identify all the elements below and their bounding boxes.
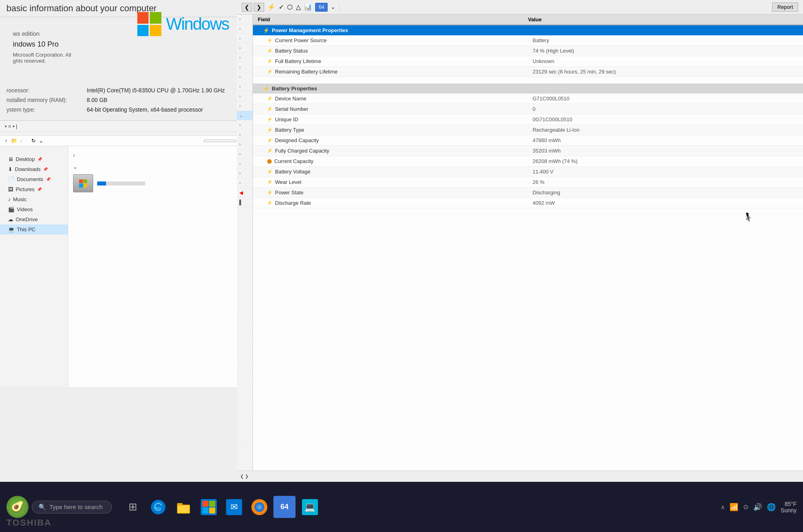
- tree-item[interactable]: ›: [237, 169, 253, 178]
- fully-charged-capacity-value: 35203 mWh: [533, 148, 799, 154]
- remaining-battery-row[interactable]: ⚡ Remaining Battery Lifetime 23129 sec (…: [253, 67, 803, 77]
- up-arrow-icon[interactable]: ↑: [5, 138, 8, 144]
- sidebar-item-desktop[interactable]: 🖥 Desktop 📌: [0, 154, 68, 164]
- remaining-battery-icon: ⚡: [267, 69, 273, 74]
- full-battery-lifetime-row[interactable]: ⚡ Full Battery Lifetime Unknown: [253, 56, 803, 67]
- current-power-source-row[interactable]: ⚡ Current Power Source Battery: [253, 35, 803, 46]
- tree-item[interactable]: ›: [237, 101, 253, 111]
- discharge-rate-row[interactable]: ⚡ Discharge Rate 4092 mW: [253, 198, 803, 208]
- win-logo-small: [79, 179, 87, 188]
- device-name-row[interactable]: ⚡ Device Name G71C000L0510: [253, 94, 803, 104]
- sidebar-item-downloads[interactable]: ⬇ Downloads 📌: [0, 164, 68, 174]
- tree-item[interactable]: ›: [237, 53, 253, 63]
- power-management-section-header[interactable]: ⚡ Power Management Properties: [253, 25, 803, 35]
- downloads-icon: ⬇: [8, 166, 12, 172]
- wear-level-row[interactable]: ⚡ Wear Level 26 %: [253, 177, 803, 188]
- tree-item[interactable]: ›: [237, 34, 253, 43]
- sidebar-item-pictures[interactable]: 🖼 Pictures 📌: [0, 184, 68, 194]
- taskbar: 🥑 🔍 Type here to search ⊞: [0, 482, 803, 532]
- wls-q4: [84, 183, 88, 188]
- discharge-rate-value: 4092 mW: [533, 200, 799, 206]
- power-state-row[interactable]: ⚡ Power State Discharging: [253, 188, 803, 198]
- designed-capacity-label: Designed Capacity: [275, 137, 319, 143]
- tree-item[interactable]: ›: [237, 92, 253, 101]
- tree-item[interactable]: ›: [237, 43, 253, 53]
- devices-header-row[interactable]: ⌄: [71, 163, 238, 171]
- designed-capacity-field: ⚡ Designed Capacity: [267, 137, 533, 143]
- battery-type-value: Rechargeable Li-Ion: [533, 127, 799, 133]
- tree-item[interactable]: ›: [237, 140, 253, 149]
- tree-item[interactable]: ›: [237, 159, 253, 169]
- value-column-header: Value: [528, 16, 798, 22]
- full-battery-lifetime-label: Full Battery Lifetime: [275, 58, 321, 64]
- downloads-label: Downloads: [15, 166, 41, 172]
- tray-up-icon[interactable]: ∧: [721, 504, 725, 510]
- temperature: 85°F: [785, 501, 797, 507]
- taskbar-search[interactable]: 🔍 Type here to search: [32, 501, 112, 514]
- designed-capacity-row[interactable]: ⚡ Designed Capacity 47880 mWh: [253, 135, 803, 146]
- tree-item[interactable]: ›: [237, 63, 253, 72]
- firefox-button[interactable]: [248, 496, 270, 518]
- sidebar-item-onedrive[interactable]: ☁ OneDrive: [0, 214, 68, 224]
- serial-number-value: 0: [533, 106, 799, 112]
- tree-arrow-18: ›: [239, 181, 240, 185]
- power-section-icon: ⚡: [263, 27, 269, 33]
- wls-q1: [79, 179, 83, 183]
- mail-button[interactable]: ✉: [223, 496, 245, 518]
- refresh-icon[interactable]: ↻: [31, 138, 36, 144]
- tree-item[interactable]: ›: [237, 72, 253, 82]
- sidebar-item-documents[interactable]: 📄 Documents 📌: [0, 174, 68, 184]
- battery-voltage-row[interactable]: ⚡ Battery Voltage 11.400 V: [253, 167, 803, 177]
- battery-properties-section-header[interactable]: ⚡ Battery Properties: [253, 84, 803, 94]
- tree-item[interactable]: ›: [237, 82, 253, 92]
- weather-info: 85°F Sunny: [781, 501, 797, 514]
- nav-forward-button[interactable]: ❯: [254, 3, 264, 12]
- volume-tray-icon[interactable]: 🔊: [753, 503, 762, 512]
- store-button[interactable]: [198, 496, 220, 518]
- extra-app-icon: 💻: [302, 499, 318, 515]
- tree-item[interactable]: ›: [237, 149, 253, 159]
- bar-icon: ▌: [239, 200, 243, 205]
- power-source-icon: ⚡: [267, 38, 273, 43]
- app64-button[interactable]: 64: [273, 496, 296, 518]
- tree-item[interactable]: ›: [237, 24, 253, 34]
- address-arrow: ›: [20, 139, 22, 143]
- windows-flag-icon: [137, 12, 161, 36]
- serial-number-row[interactable]: ⚡ Serial Number 0: [253, 104, 803, 114]
- store-icon: [201, 499, 217, 515]
- nav-back-button[interactable]: ❮: [242, 3, 252, 12]
- sidebar-nav: 🖥 Desktop 📌 ⬇ Downloads 📌 📄 Documents 📌: [0, 146, 68, 387]
- power-management-label: Power Management Properties: [272, 27, 348, 33]
- tree-item[interactable]: ›: [237, 120, 253, 130]
- nav-arrows: ❮ ❯: [242, 3, 264, 12]
- sidebar-item-this-pc[interactable]: 💻 This PC: [0, 224, 68, 234]
- fully-charged-capacity-row[interactable]: ⚡ Fully Charged Capacity 35203 mWh: [253, 146, 803, 156]
- down-arrow-icon[interactable]: ⌄: [39, 138, 43, 144]
- current-capacity-value: 26208 mWh (74 %): [533, 158, 799, 164]
- battery-status-row[interactable]: ⚡ Battery Status 74 % (High Level): [253, 46, 803, 56]
- taskview-button[interactable]: ⊞: [122, 496, 144, 518]
- battery-type-row[interactable]: ⚡ Battery Type Rechargeable Li-Ion: [253, 125, 803, 135]
- report-button[interactable]: Report: [772, 2, 798, 12]
- sidebar-item-music[interactable]: ♪ Music: [0, 194, 68, 204]
- tree-item[interactable]: ›: [237, 130, 253, 140]
- folders-header-row[interactable]: ›: [71, 151, 238, 159]
- wear-level-label: Wear Level: [275, 179, 302, 185]
- system-type-label: ystem type:: [6, 106, 87, 113]
- tree-item-colored[interactable]: ◀: [237, 188, 253, 198]
- search-input[interactable]: [204, 140, 236, 142]
- edge-button[interactable]: [147, 496, 169, 518]
- current-capacity-row[interactable]: ⬤ Current Capacity 26208 mWh (74 %): [253, 156, 803, 167]
- extra-app-button[interactable]: 💻: [299, 496, 321, 518]
- panel-toggle-left[interactable]: ❮ ❯: [240, 474, 249, 479]
- unique-id-row[interactable]: ⚡ Unique ID 0G71C000L0510: [253, 114, 803, 125]
- tree-item[interactable]: ›: [237, 178, 253, 188]
- tree-item[interactable]: ⌄: [237, 111, 253, 120]
- tree-item-colored2[interactable]: ▌: [237, 198, 253, 207]
- tree-item[interactable]: ›: [237, 14, 253, 24]
- sidebar-item-videos[interactable]: 🎬 Videos: [0, 204, 68, 214]
- file-explorer-button[interactable]: [172, 496, 194, 518]
- edge-icon: [150, 499, 166, 515]
- local-disk-item[interactable]: [71, 171, 238, 196]
- firefox-icon: [251, 499, 267, 515]
